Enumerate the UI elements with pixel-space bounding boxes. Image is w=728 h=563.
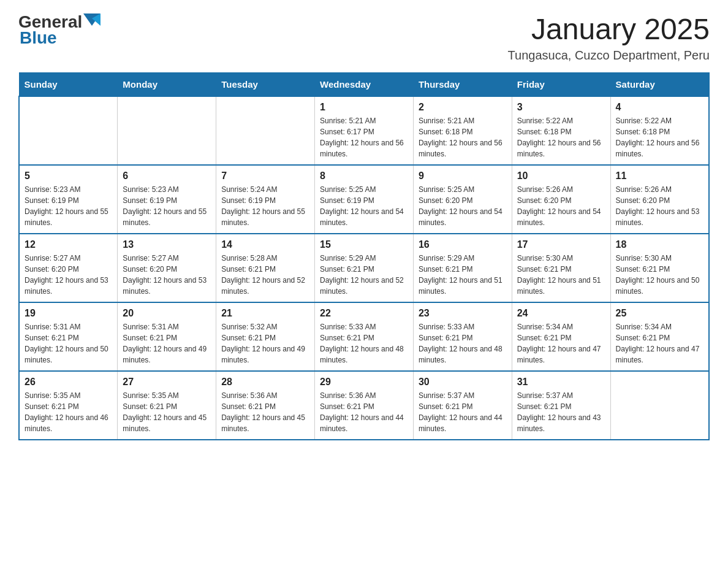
day-info: Sunrise: 5:35 AMSunset: 6:21 PMDaylight:… (123, 390, 211, 434)
day-cell: 9Sunrise: 5:25 AMSunset: 6:20 PMDaylight… (413, 165, 512, 234)
header-cell-thursday: Thursday (413, 73, 512, 97)
day-info: Sunrise: 5:37 AMSunset: 6:21 PMDaylight:… (419, 390, 507, 434)
day-number: 4 (616, 102, 703, 113)
day-info: Sunrise: 5:25 AMSunset: 6:20 PMDaylight:… (419, 184, 507, 228)
day-info: Sunrise: 5:29 AMSunset: 6:21 PMDaylight:… (320, 253, 408, 297)
day-number: 28 (221, 377, 309, 388)
day-info: Sunrise: 5:22 AMSunset: 6:18 PMDaylight:… (517, 115, 605, 159)
day-number: 23 (419, 308, 507, 319)
logo: General Blue (18, 12, 102, 48)
day-info: Sunrise: 5:23 AMSunset: 6:19 PMDaylight:… (123, 184, 211, 228)
day-number: 13 (123, 239, 211, 250)
day-number: 25 (616, 308, 703, 319)
logo-icon (83, 13, 100, 31)
day-cell (216, 96, 315, 165)
day-number: 20 (123, 308, 211, 319)
day-info: Sunrise: 5:34 AMSunset: 6:21 PMDaylight:… (517, 321, 605, 366)
header-cell-monday: Monday (118, 73, 216, 97)
week-row-2: 5Sunrise: 5:23 AMSunset: 6:19 PMDaylight… (19, 165, 709, 234)
day-info: Sunrise: 5:37 AMSunset: 6:21 PMDaylight:… (517, 390, 605, 434)
calendar-header: SundayMondayTuesdayWednesdayThursdayFrid… (19, 73, 709, 97)
header-cell-friday: Friday (512, 73, 610, 97)
day-number: 5 (25, 170, 112, 182)
day-cell (19, 96, 118, 165)
day-info: Sunrise: 5:27 AMSunset: 6:20 PMDaylight:… (25, 253, 112, 297)
day-cell: 3Sunrise: 5:22 AMSunset: 6:18 PMDaylight… (512, 96, 610, 165)
day-cell: 30Sunrise: 5:37 AMSunset: 6:21 PMDayligh… (413, 371, 512, 440)
day-number: 8 (320, 170, 408, 182)
day-number: 21 (221, 308, 309, 319)
day-number: 11 (616, 170, 703, 182)
week-row-5: 26Sunrise: 5:35 AMSunset: 6:21 PMDayligh… (19, 371, 709, 440)
day-info: Sunrise: 5:30 AMSunset: 6:21 PMDaylight:… (616, 253, 703, 297)
day-cell: 17Sunrise: 5:30 AMSunset: 6:21 PMDayligh… (512, 234, 610, 302)
day-cell: 26Sunrise: 5:35 AMSunset: 6:21 PMDayligh… (19, 371, 118, 440)
day-cell: 31Sunrise: 5:37 AMSunset: 6:21 PMDayligh… (512, 371, 610, 440)
day-number: 29 (320, 377, 408, 388)
day-number: 22 (320, 308, 408, 319)
day-cell: 5Sunrise: 5:23 AMSunset: 6:19 PMDaylight… (19, 165, 118, 234)
day-number: 7 (221, 170, 309, 182)
day-info: Sunrise: 5:35 AMSunset: 6:21 PMDaylight:… (25, 390, 112, 434)
day-info: Sunrise: 5:34 AMSunset: 6:21 PMDaylight:… (616, 321, 703, 366)
day-number: 10 (517, 170, 605, 182)
day-number: 14 (221, 239, 309, 250)
calendar-title: January 2025 (508, 12, 710, 46)
day-info: Sunrise: 5:26 AMSunset: 6:20 PMDaylight:… (616, 184, 703, 228)
day-number: 1 (320, 102, 408, 113)
day-info: Sunrise: 5:32 AMSunset: 6:21 PMDaylight:… (221, 321, 309, 366)
header-row: SundayMondayTuesdayWednesdayThursdayFrid… (19, 73, 709, 97)
day-cell: 13Sunrise: 5:27 AMSunset: 6:20 PMDayligh… (118, 234, 216, 302)
day-number: 30 (419, 377, 507, 388)
day-cell: 29Sunrise: 5:36 AMSunset: 6:21 PMDayligh… (315, 371, 414, 440)
logo-blue-text: Blue (20, 28, 57, 48)
day-cell: 7Sunrise: 5:24 AMSunset: 6:19 PMDaylight… (216, 165, 315, 234)
header-cell-sunday: Sunday (19, 73, 118, 97)
day-info: Sunrise: 5:25 AMSunset: 6:19 PMDaylight:… (320, 184, 408, 228)
week-row-3: 12Sunrise: 5:27 AMSunset: 6:20 PMDayligh… (19, 234, 709, 302)
week-row-1: 1Sunrise: 5:21 AMSunset: 6:17 PMDaylight… (19, 96, 709, 165)
day-info: Sunrise: 5:21 AMSunset: 6:17 PMDaylight:… (320, 115, 408, 159)
day-cell: 25Sunrise: 5:34 AMSunset: 6:21 PMDayligh… (610, 302, 709, 371)
day-cell (610, 371, 709, 440)
day-cell: 8Sunrise: 5:25 AMSunset: 6:19 PMDaylight… (315, 165, 414, 234)
day-cell: 16Sunrise: 5:29 AMSunset: 6:21 PMDayligh… (413, 234, 512, 302)
day-info: Sunrise: 5:31 AMSunset: 6:21 PMDaylight:… (25, 321, 112, 366)
header-cell-tuesday: Tuesday (216, 73, 315, 97)
day-number: 6 (123, 170, 211, 182)
day-cell: 20Sunrise: 5:31 AMSunset: 6:21 PMDayligh… (118, 302, 216, 371)
day-cell: 27Sunrise: 5:35 AMSunset: 6:21 PMDayligh… (118, 371, 216, 440)
day-number: 17 (517, 239, 605, 250)
day-info: Sunrise: 5:28 AMSunset: 6:21 PMDaylight:… (221, 253, 309, 297)
day-cell: 4Sunrise: 5:22 AMSunset: 6:18 PMDaylight… (610, 96, 709, 165)
day-info: Sunrise: 5:21 AMSunset: 6:18 PMDaylight:… (419, 115, 507, 159)
day-cell: 11Sunrise: 5:26 AMSunset: 6:20 PMDayligh… (610, 165, 709, 234)
calendar-body: 1Sunrise: 5:21 AMSunset: 6:17 PMDaylight… (19, 96, 709, 440)
day-info: Sunrise: 5:36 AMSunset: 6:21 PMDaylight:… (320, 390, 408, 434)
week-row-4: 19Sunrise: 5:31 AMSunset: 6:21 PMDayligh… (19, 302, 709, 371)
day-cell: 15Sunrise: 5:29 AMSunset: 6:21 PMDayligh… (315, 234, 414, 302)
day-cell: 14Sunrise: 5:28 AMSunset: 6:21 PMDayligh… (216, 234, 315, 302)
day-number: 2 (419, 102, 507, 113)
day-info: Sunrise: 5:31 AMSunset: 6:21 PMDaylight:… (123, 321, 211, 366)
calendar-subtitle: Tungasuca, Cuzco Department, Peru (508, 48, 710, 63)
day-info: Sunrise: 5:30 AMSunset: 6:21 PMDaylight:… (517, 253, 605, 297)
day-cell: 2Sunrise: 5:21 AMSunset: 6:18 PMDaylight… (413, 96, 512, 165)
day-cell: 23Sunrise: 5:33 AMSunset: 6:21 PMDayligh… (413, 302, 512, 371)
day-info: Sunrise: 5:29 AMSunset: 6:21 PMDaylight:… (419, 253, 507, 297)
header-cell-wednesday: Wednesday (315, 73, 414, 97)
day-info: Sunrise: 5:22 AMSunset: 6:18 PMDaylight:… (616, 115, 703, 159)
day-cell: 24Sunrise: 5:34 AMSunset: 6:21 PMDayligh… (512, 302, 610, 371)
day-number: 12 (25, 239, 112, 250)
day-number: 26 (25, 377, 112, 388)
day-number: 27 (123, 377, 211, 388)
day-info: Sunrise: 5:36 AMSunset: 6:21 PMDaylight:… (221, 390, 309, 434)
day-number: 31 (517, 377, 605, 388)
day-cell: 28Sunrise: 5:36 AMSunset: 6:21 PMDayligh… (216, 371, 315, 440)
title-area: January 2025 Tungasuca, Cuzco Department… (508, 12, 710, 63)
day-number: 3 (517, 102, 605, 113)
page-header: General Blue January 2025 Tungasuca, Cuz… (18, 12, 710, 63)
day-number: 18 (616, 239, 703, 250)
day-number: 15 (320, 239, 408, 250)
day-cell (118, 96, 216, 165)
